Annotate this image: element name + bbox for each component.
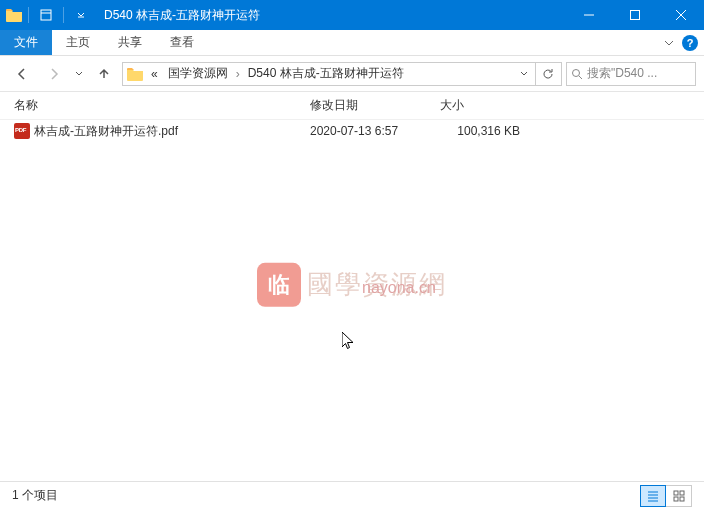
- nav-forward-button[interactable]: [40, 61, 68, 87]
- titlebar: D540 林吉成-五路财神开运符: [0, 0, 704, 30]
- watermark-text: 國學資源網: [307, 267, 447, 302]
- file-size: 100,316 KB: [440, 124, 540, 138]
- svg-rect-3: [674, 491, 678, 495]
- breadcrumb-item[interactable]: 国学资源网: [164, 65, 232, 82]
- refresh-button[interactable]: [535, 63, 559, 85]
- svg-point-2: [573, 69, 580, 76]
- address-folder-icon: [127, 67, 143, 81]
- file-tab[interactable]: 文件: [0, 30, 52, 55]
- svg-rect-6: [680, 497, 684, 501]
- tab-share[interactable]: 共享: [104, 30, 156, 55]
- address-bar[interactable]: « 国学资源网 › D540 林吉成-五路财神开运符: [122, 62, 562, 86]
- minimize-button[interactable]: [566, 0, 612, 30]
- tab-home[interactable]: 主页: [52, 30, 104, 55]
- search-placeholder: 搜索"D540 ...: [587, 65, 657, 82]
- svg-rect-1: [631, 11, 640, 20]
- pdf-icon: [14, 123, 30, 139]
- svg-rect-4: [680, 491, 684, 495]
- address-dropdown-icon[interactable]: [513, 63, 533, 85]
- close-button[interactable]: [658, 0, 704, 30]
- column-headers: 名称 修改日期 大小: [0, 92, 704, 120]
- column-size[interactable]: 大小: [440, 97, 540, 114]
- nav-back-button[interactable]: [8, 61, 36, 87]
- ribbon-expand-icon[interactable]: [664, 30, 674, 56]
- folder-icon: [6, 8, 22, 22]
- column-date[interactable]: 修改日期: [310, 97, 440, 114]
- watermark-badge: 临: [257, 262, 301, 306]
- view-thumbnails-button[interactable]: [666, 485, 692, 507]
- window-title: D540 林吉成-五路财神开运符: [104, 7, 566, 24]
- maximize-button[interactable]: [612, 0, 658, 30]
- help-button[interactable]: ?: [682, 30, 698, 56]
- column-name[interactable]: 名称: [0, 97, 310, 114]
- ribbon-tabs: 文件 主页 共享 查看 ?: [0, 30, 704, 56]
- qat-dropdown-icon[interactable]: [70, 4, 92, 26]
- file-name: 林吉成-五路财神开运符.pdf: [34, 123, 310, 140]
- watermark: 临 國學資源網 nayona.cn: [257, 262, 447, 306]
- qat-properties-icon[interactable]: [35, 4, 57, 26]
- file-row[interactable]: 林吉成-五路财神开运符.pdf 2020-07-13 6:57 100,316 …: [0, 120, 704, 142]
- navigation-row: « 国学资源网 › D540 林吉成-五路财神开运符 搜索"D540 ...: [0, 56, 704, 92]
- search-input[interactable]: 搜索"D540 ...: [566, 62, 696, 86]
- status-item-count: 1 个项目: [12, 487, 640, 504]
- view-details-button[interactable]: [640, 485, 666, 507]
- nav-up-button[interactable]: [90, 61, 118, 87]
- breadcrumb-prefix: «: [147, 67, 162, 81]
- mouse-cursor-icon: [342, 332, 358, 352]
- svg-rect-5: [674, 497, 678, 501]
- breadcrumb-item[interactable]: D540 林吉成-五路财神开运符: [244, 65, 408, 82]
- file-list-area: 名称 修改日期 大小 林吉成-五路财神开运符.pdf 2020-07-13 6:…: [0, 92, 704, 481]
- tab-view[interactable]: 查看: [156, 30, 208, 55]
- search-icon: [571, 68, 583, 80]
- svg-rect-0: [41, 10, 51, 20]
- file-date: 2020-07-13 6:57: [310, 124, 440, 138]
- nav-history-dropdown[interactable]: [72, 61, 86, 87]
- statusbar: 1 个项目: [0, 481, 704, 509]
- watermark-domain: nayona.cn: [362, 279, 436, 297]
- breadcrumb-separator-icon: ›: [234, 67, 242, 81]
